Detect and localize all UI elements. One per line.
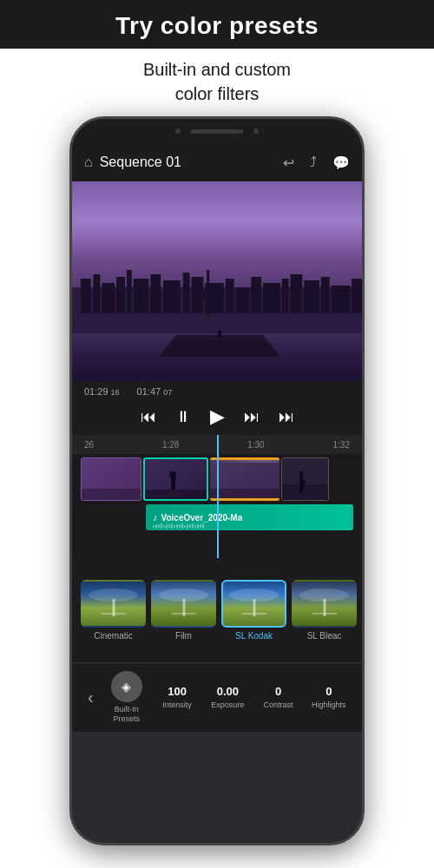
intensity-value: 100 <box>168 685 187 698</box>
preset-cinematic[interactable]: Cinematic <box>81 580 146 641</box>
audio-clip-label: VoiceOver_2020-Ma <box>161 513 243 523</box>
banner-title: Try color presets <box>17 12 417 40</box>
skip-to-start-button[interactable]: ⏮ <box>141 408 156 426</box>
svg-rect-9 <box>183 273 190 313</box>
svg-rect-25 <box>218 331 221 338</box>
svg-rect-13 <box>236 287 250 313</box>
share-icon[interactable]: ⤴ <box>310 155 317 171</box>
chat-icon[interactable]: 💬 <box>332 155 350 171</box>
tool-highlights[interactable]: 0 Highlights <box>305 680 353 715</box>
svg-rect-4 <box>116 277 125 313</box>
contrast-label: Contrast <box>264 700 293 710</box>
tool-intensity[interactable]: 100 Intensity <box>153 680 201 715</box>
home-icon[interactable]: ⌂ <box>84 155 93 170</box>
phone-wrapper: ⌂ Sequence 01 ↩ ⤴ 💬 <box>0 116 434 845</box>
play-button[interactable]: ▶ <box>210 405 225 428</box>
step-back-button[interactable]: ⏸ <box>175 408 191 426</box>
preset-sl-bleac-thumb <box>292 580 357 628</box>
clip-4[interactable] <box>281 457 329 501</box>
highlights-label: Highlights <box>312 700 346 710</box>
exposure-label: Exposure <box>211 700 244 710</box>
ruler-mark-2: 1:30 <box>247 440 264 450</box>
preset-sl-kodak[interactable]: SL Kodak <box>221 580 286 641</box>
svg-rect-5 <box>127 270 132 313</box>
svg-rect-20 <box>332 286 351 313</box>
clip-1[interactable] <box>81 457 141 501</box>
svg-rect-8 <box>163 280 181 313</box>
svg-marker-24 <box>159 335 280 357</box>
speaker-bar <box>191 129 243 134</box>
clip-1-thumbnail <box>82 458 141 501</box>
clip-3[interactable] <box>210 457 279 501</box>
phone-top-bar <box>72 119 362 143</box>
contrast-value: 0 <box>275 685 281 698</box>
banner: Try color presets <box>0 0 434 49</box>
camera-dot-left <box>175 128 181 134</box>
svg-rect-16 <box>282 279 289 313</box>
highlights-value: 0 <box>326 685 332 698</box>
header-actions: ↩ ⤴ 💬 <box>283 155 350 171</box>
app-header: ⌂ Sequence 01 ↩ ⤴ 💬 <box>72 143 362 181</box>
preset-cinematic-thumb <box>81 580 146 628</box>
audio-clip[interactable]: ♪ VoiceOver_2020-Ma <box>146 504 353 530</box>
ruler-mark-0: 26 <box>84 440 94 450</box>
timeline-ruler: 26 1:28 1:30 1:32 <box>72 435 362 454</box>
timeline-area[interactable]: ♪ VoiceOver_2020-Ma <box>72 454 362 558</box>
phone: ⌂ Sequence 01 ↩ ⤴ 💬 <box>69 116 365 845</box>
preset-sl-kodak-label: SL Kodak <box>221 631 286 641</box>
svg-point-26 <box>217 331 222 332</box>
tool-built-in-presets[interactable]: ◈ Built-InPresets <box>102 666 151 729</box>
svg-rect-30 <box>145 490 208 501</box>
clip-2-thumbnail <box>145 459 208 501</box>
skip-to-end-button[interactable]: ⏭ <box>279 408 294 426</box>
clip-3-thumbnail <box>210 463 279 501</box>
svg-rect-21 <box>352 279 362 313</box>
camera-dot-right <box>253 128 259 134</box>
tool-exposure[interactable]: 0.00 Exposure <box>203 680 252 715</box>
preset-sl-bleac-label: SL Bleac <box>292 631 357 641</box>
preset-film-thumb <box>151 580 216 628</box>
ruler-mark-1: 1:28 <box>162 440 179 450</box>
waveform <box>153 523 346 529</box>
sequence-title: Sequence 01 <box>100 155 276 170</box>
step-forward-button[interactable]: ⏭ <box>244 408 260 426</box>
svg-point-23 <box>201 292 215 300</box>
presets-row: Cinematic Film SL Kodak <box>72 558 362 662</box>
playback-controls: ⏮ ⏸ ▶ ⏭ ⏭ <box>84 402 350 431</box>
pier-svg <box>141 331 298 357</box>
timeline-cursor <box>217 435 219 454</box>
svg-rect-15 <box>263 283 280 313</box>
svg-rect-31 <box>171 477 175 490</box>
svg-rect-6 <box>134 279 149 313</box>
tool-contrast[interactable]: 0 Contrast <box>253 680 302 715</box>
audio-music-icon: ♪ <box>153 512 158 523</box>
preset-sl-kodak-thumb <box>221 580 286 628</box>
preset-sl-bleac[interactable]: SL Bleac <box>292 580 357 641</box>
svg-rect-18 <box>304 280 319 313</box>
svg-rect-7 <box>150 274 161 313</box>
svg-rect-3 <box>102 283 115 313</box>
banner-subtitle: Built-in and custom color filters <box>35 57 399 106</box>
intensity-label: Intensity <box>162 700 192 710</box>
svg-rect-36 <box>282 484 329 501</box>
video-preview <box>72 181 362 381</box>
svg-rect-34 <box>210 489 279 501</box>
preset-film[interactable]: Film <box>151 580 216 641</box>
built-in-presets-icon: ◈ <box>111 671 142 702</box>
video-track <box>81 457 329 501</box>
svg-rect-28 <box>82 489 141 501</box>
clip-2[interactable] <box>143 457 208 501</box>
bottom-toolbar: ‹ ◈ Built-InPresets 100 Intensity 0.00 E… <box>72 662 362 732</box>
svg-point-32 <box>169 471 176 478</box>
svg-rect-2 <box>94 274 101 313</box>
svg-rect-14 <box>251 277 261 313</box>
svg-rect-1 <box>81 279 91 313</box>
current-time: 01:29 16 <box>84 386 120 397</box>
clip-4-thumbnail <box>282 458 329 501</box>
svg-rect-12 <box>226 279 234 313</box>
exposure-value: 0.00 <box>217 685 239 698</box>
back-button[interactable]: ‹ <box>81 681 101 714</box>
undo-icon[interactable]: ↩ <box>283 155 294 171</box>
skyline-svg <box>72 270 362 339</box>
preset-film-label: Film <box>151 631 216 641</box>
